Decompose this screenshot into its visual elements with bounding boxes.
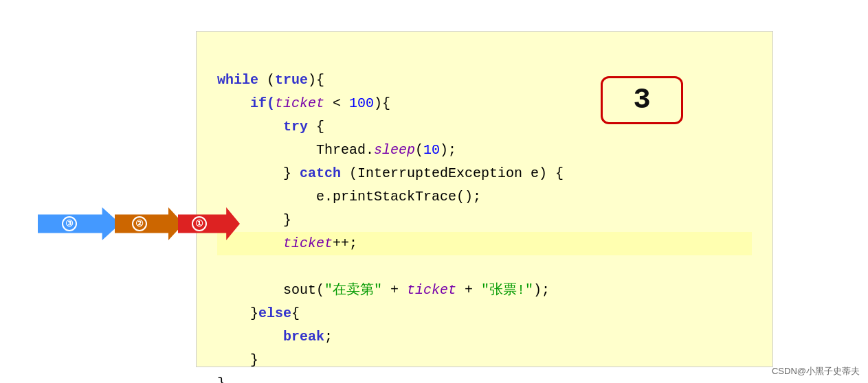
- arrows-container: ③ ② ①: [38, 207, 240, 240]
- line-while: while (true){: [217, 72, 324, 88]
- arrow2-circle: ②: [132, 216, 147, 231]
- line-sout: sout("在卖第" + ticket + "张票!");: [217, 282, 550, 298]
- arrow-1: ①: [178, 207, 240, 240]
- arrow1-circle: ①: [192, 216, 207, 231]
- line-break: break;: [217, 329, 333, 345]
- line-catch: } catch (InterruptedException e) {: [217, 165, 564, 181]
- badge-number: 3: [633, 84, 650, 117]
- arrow3-circle: ③: [62, 216, 77, 231]
- line-printstacktrace: e.printStackTrace();: [217, 189, 481, 205]
- line-try: try {: [217, 119, 324, 135]
- watermark: CSDN@小黑子史蒂夫: [772, 365, 860, 378]
- line-ticket-increment: ticket++;: [217, 232, 752, 255]
- line-close-else: }: [217, 352, 258, 368]
- code-box: while (true){ if(ticket < 100){ try { Th…: [196, 31, 773, 367]
- line-close-while: }: [217, 375, 225, 383]
- arrow-3: ③: [38, 207, 120, 240]
- arrow-2: ②: [115, 207, 183, 240]
- number-badge: 3: [601, 76, 683, 124]
- line-if: if(ticket < 100){: [217, 95, 390, 111]
- line-sleep: Thread.sleep(10);: [217, 142, 456, 158]
- line-else: }else{: [217, 305, 300, 321]
- main-container: while (true){ if(ticket < 100){ try { Th…: [0, 0, 868, 383]
